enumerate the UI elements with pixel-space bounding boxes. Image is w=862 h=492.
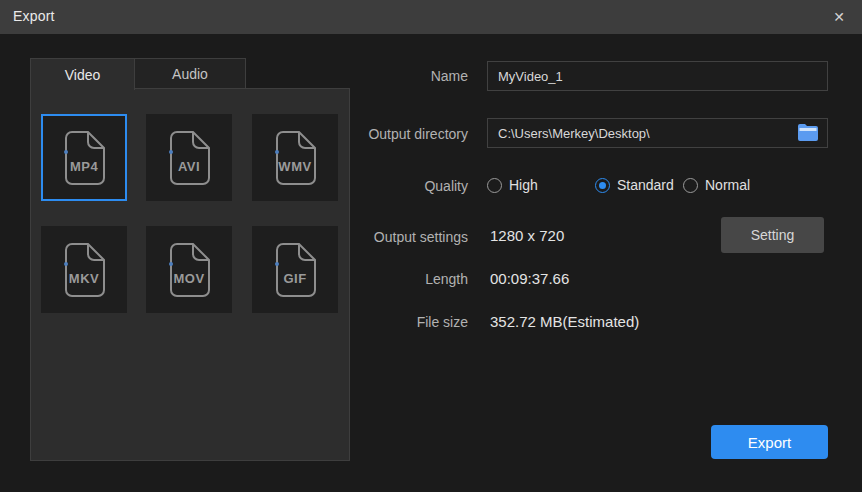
format-tile-gif[interactable]: GIF xyxy=(252,226,338,313)
radio-circle-icon xyxy=(683,178,698,193)
dialog-title: Export xyxy=(13,8,55,24)
format-tile-mkv[interactable]: MKV xyxy=(41,226,127,313)
tab-video[interactable]: Video xyxy=(30,58,135,90)
radio-label-standard: Standard xyxy=(617,177,674,193)
file-size-value: 352.72 MB(Estimated) xyxy=(490,314,639,330)
length-value: 00:09:37.66 xyxy=(490,271,569,287)
file-mkv-icon: MKV xyxy=(57,239,111,301)
format-label: MP4 xyxy=(70,159,99,174)
format-tile-mov[interactable]: MOV xyxy=(146,226,232,313)
format-label: WMV xyxy=(278,159,311,174)
radio-label-normal: Normal xyxy=(705,177,750,193)
radio-circle-icon xyxy=(487,178,502,193)
radio-circle-icon xyxy=(595,178,610,193)
format-label: GIF xyxy=(283,271,306,286)
format-label: AVI xyxy=(178,159,200,174)
resolution-value: 1280 x 720 xyxy=(490,228,564,244)
quality-radio-high[interactable]: High xyxy=(487,177,538,193)
export-button[interactable]: Export xyxy=(711,425,828,459)
setting-button[interactable]: Setting xyxy=(721,217,824,253)
radio-label-high: High xyxy=(509,177,538,193)
tab-audio-label: Audio xyxy=(172,66,208,82)
browse-folder-button[interactable] xyxy=(794,121,822,145)
output-directory-input[interactable] xyxy=(487,118,828,148)
file-mov-icon: MOV xyxy=(162,239,216,301)
format-tile-mp4[interactable]: MP4 xyxy=(41,114,127,201)
file-avi-icon: AVI xyxy=(162,127,216,189)
tab-audio[interactable]: Audio xyxy=(134,58,246,89)
titlebar: Export ✕ xyxy=(0,0,862,34)
format-label: MOV xyxy=(173,271,204,286)
tab-video-label: Video xyxy=(65,67,101,83)
format-panel: MP4 AVI WMV MKV xyxy=(30,88,350,461)
file-gif-icon: GIF xyxy=(268,239,322,301)
export-dialog: Export ✕ Video Audio MP4 AVI xyxy=(0,0,862,492)
file-wmv-icon: WMV xyxy=(268,127,322,189)
name-label: Name xyxy=(268,68,468,84)
file-mp4-icon: MP4 xyxy=(57,127,111,189)
quality-radio-normal[interactable]: Normal xyxy=(683,177,750,193)
close-icon[interactable]: ✕ xyxy=(824,4,854,30)
quality-radio-standard[interactable]: Standard xyxy=(595,177,674,193)
format-tile-wmv[interactable]: WMV xyxy=(252,114,338,201)
format-label: MKV xyxy=(69,271,99,286)
folder-icon xyxy=(796,123,820,143)
format-tile-avi[interactable]: AVI xyxy=(146,114,232,201)
name-input[interactable] xyxy=(487,61,828,91)
